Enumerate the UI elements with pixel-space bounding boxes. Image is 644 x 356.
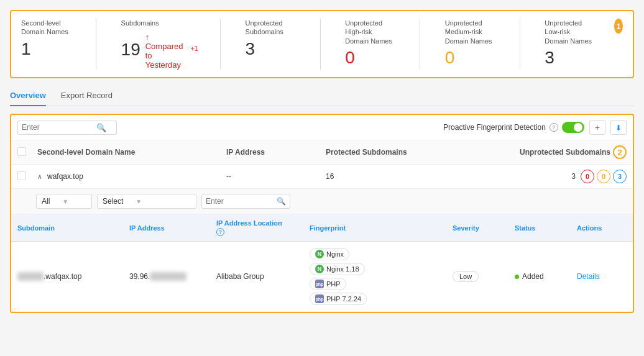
select-dropdown[interactable]: Select ▼ — [97, 194, 196, 209]
second-level-stat: Second-level Domain Names 1 — [21, 19, 71, 59]
divider-4 — [420, 19, 420, 70]
header-checkbox-col — [17, 147, 37, 158]
col-actions: Actions — [577, 224, 627, 232]
divider-2 — [220, 19, 221, 70]
subdomain-table-header: Subdomain IP Address IP Address Location… — [11, 214, 633, 242]
unprotected-subdomains-label: Unprotected Subdomains — [246, 19, 295, 37]
header-checkbox[interactable] — [17, 147, 26, 156]
divider-3 — [320, 19, 321, 70]
domain-name-col: ∧ wafqax.top — [37, 172, 226, 181]
subdomain-severity: Low — [453, 271, 515, 282]
stats-panel: Second-level Domain Names 1 Subdomains 1… — [10, 10, 634, 78]
tab-overview[interactable]: Overview — [10, 86, 46, 106]
ip-blurred: ███.███ — [150, 272, 186, 281]
domain-unprotected: 3 0 0 3 — [438, 170, 627, 183]
all-chevron-icon: ▼ — [62, 198, 68, 205]
fp-tag-nginx-118: N Nginx 1.18 — [310, 263, 365, 275]
domain-name: wafqax.top — [47, 172, 83, 181]
fingerprint-tags: N Nginx N Nginx 1.18 php PHP php PHP 7.2… — [310, 248, 453, 305]
header-unprotected-subdomains: Unprotected Subdomains 2 — [438, 145, 627, 159]
all-select[interactable]: All ▼ — [36, 194, 92, 209]
low-risk-value: 3 — [545, 48, 594, 68]
high-risk-value: 0 — [345, 48, 395, 68]
php-724-icon: php — [315, 294, 324, 303]
unprotected-blue-badge: 3 — [613, 170, 627, 183]
fp-tag-php-724: php PHP 7.2.24 — [310, 293, 367, 305]
main-panel: 🔍 Proactive Fingerprint Detection ? + ⬇ … — [10, 114, 634, 313]
col-fingerprint: Fingerprint — [310, 224, 453, 232]
fingerprint-toggle-area: Proactive Fingerprint Detection ? — [443, 122, 584, 133]
php-icon: php — [315, 280, 324, 288]
low-risk-stat: Unprotected Low-risk Domain Names 3 — [545, 19, 594, 68]
subdomains-label: Subdomains — [121, 19, 195, 27]
medium-risk-label: Unprotected Medium-risk Domain Names — [445, 19, 495, 45]
subdomain-blurred: ████ — [17, 272, 44, 281]
subdomain-location: Alibaba Group — [216, 272, 310, 281]
col-ip: IP Address — [129, 224, 216, 232]
fingerprint-help-icon[interactable]: ? — [550, 123, 558, 132]
fp-tag-nginx: N Nginx — [310, 248, 349, 260]
col-severity: Severity — [453, 224, 515, 232]
status-dot-icon — [515, 275, 519, 279]
domain-protected: 16 — [326, 172, 438, 181]
second-level-label: Second-level Domain Names — [21, 19, 71, 37]
col-subdomain: Subdomain — [17, 224, 129, 232]
search-input[interactable] — [22, 123, 96, 132]
fingerprint-toggle[interactable] — [562, 122, 584, 133]
compared-box: ↑ Compared to Yesterday — [145, 32, 183, 70]
filter-row: All ▼ Select ▼ 🔍 — [11, 189, 633, 214]
unprotected-orange-badge: 0 — [597, 170, 610, 183]
all-select-label: All — [42, 197, 50, 206]
status-text: Added — [522, 272, 544, 281]
nginx-icon: N — [315, 250, 324, 258]
download-button[interactable]: ⬇ — [610, 120, 627, 135]
select-chevron-icon: ▼ — [136, 198, 142, 205]
second-level-value: 1 — [21, 39, 71, 59]
search-icon[interactable]: 🔍 — [96, 123, 106, 132]
subdomain-name: ████.wafqax.top — [17, 272, 129, 281]
row-checkbox-col — [17, 171, 37, 182]
toolbar: 🔍 Proactive Fingerprint Detection ? + ⬇ — [11, 115, 633, 140]
nginx-118-icon: N — [315, 265, 324, 273]
subdomains-stat: Subdomains 19 ↑ Compared to Yesterday +1 — [121, 19, 195, 70]
filter-search-icon[interactable]: 🔍 — [277, 197, 286, 206]
filter-search-input[interactable] — [206, 197, 274, 206]
ip-location-help-icon[interactable]: ? — [216, 228, 224, 236]
subdomains-value: 19 — [121, 40, 140, 60]
high-risk-stat: Unprotected High-risk Domain Names 0 — [345, 19, 395, 68]
download-icon: ⬇ — [615, 124, 622, 132]
header-protected-subdomains: Protected Subdomains — [326, 148, 438, 157]
arrow-icon: ↑ Compared to Yesterday — [145, 32, 183, 70]
expand-arrow-icon[interactable]: ∧ — [37, 173, 42, 181]
medium-risk-value: 0 — [445, 48, 495, 68]
row-checkbox[interactable] — [17, 171, 26, 180]
details-link[interactable]: Details — [577, 272, 600, 281]
col-ip-location: IP Address Location ? — [216, 219, 310, 236]
subdomain-ip: 39.96.███.███ — [129, 272, 216, 281]
plus-one: +1 — [190, 45, 198, 52]
subdomain-actions: Details — [577, 272, 627, 281]
unprotected-subdomains-stat: Unprotected Subdomains 3 — [246, 19, 295, 59]
severity-badge: Low — [453, 271, 479, 282]
add-button[interactable]: + — [589, 120, 605, 135]
unprotected-red-badge: 0 — [581, 170, 594, 183]
subdomain-status: Added — [515, 272, 577, 281]
fingerprint-label-text: Proactive Fingerprint Detection — [443, 123, 546, 132]
fp-tag-php: php PHP — [310, 278, 346, 290]
divider-5 — [520, 19, 520, 70]
divider-1 — [96, 19, 96, 70]
unprotected-subdomains-value: 3 — [246, 39, 295, 59]
domain-row: ∧ wafqax.top -- 16 3 0 0 3 — [11, 165, 633, 189]
header-domain-name: Second-level Domain Name — [37, 148, 226, 157]
tabs: Overview Export Record — [10, 86, 634, 106]
search-wrap[interactable]: 🔍 — [17, 121, 117, 135]
stats-badge: 1 — [614, 19, 623, 34]
subdomain-data-row: ████.wafqax.top 39.96.███.███ Alibaba Gr… — [11, 242, 633, 312]
stats-row: Second-level Domain Names 1 Subdomains 1… — [21, 19, 623, 70]
select-dropdown-label: Select — [103, 197, 123, 206]
tab-export[interactable]: Export Record — [61, 86, 113, 106]
table-header: Second-level Domain Name IP Address Prot… — [11, 140, 633, 165]
unprotected-total: 3 — [571, 172, 576, 181]
col-status: Status — [515, 224, 577, 232]
filter-search-wrap[interactable]: 🔍 — [201, 194, 290, 209]
